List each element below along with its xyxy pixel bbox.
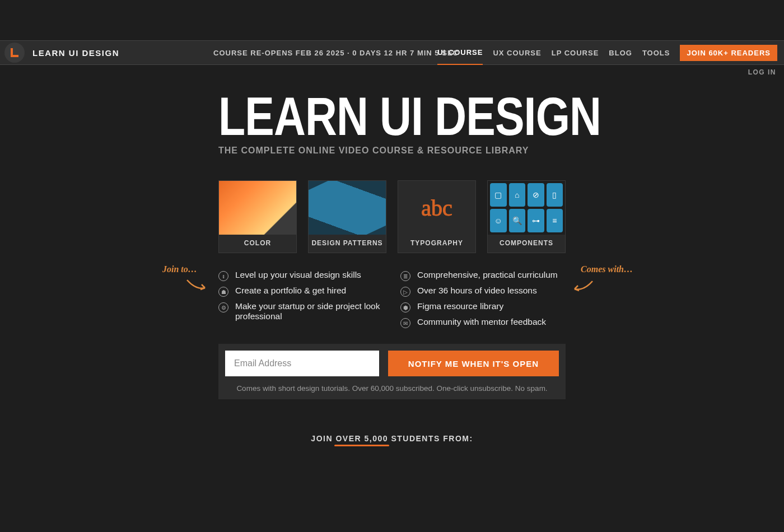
benefit-item: ≣ Comprehensive, practical curriculum (400, 268, 566, 283)
signup-box: NOTIFY ME WHEN IT'S OPEN Comes with shor… (218, 344, 566, 399)
countdown-text: COURSE RE-OPENS FEB 26 2025 · 0 DAYS 12 … (213, 49, 459, 57)
logo-icon (4, 43, 25, 63)
benefit-item: ☗ Create a portfolio & get hired (218, 283, 384, 299)
benefit-item: ⫾ Level up your visual design skills (218, 268, 384, 283)
students-prefix: JOIN (311, 434, 335, 443)
typography-icon: abc (398, 181, 475, 235)
components-icon: ▢⌂⊘▯ ☺🔍⊶≡ (488, 181, 565, 235)
notify-button[interactable]: NOTIFY ME WHEN IT'S OPEN (388, 351, 559, 376)
benefit-text: Create a portfolio & get hired (235, 286, 346, 296)
hero: LEARN UI DESIGN THE COMPLETE ONLINE VIDE… (0, 92, 784, 156)
benefit-text: Over 36 hours of video lessons (417, 286, 537, 296)
nav-tools[interactable]: TOOLS (642, 41, 670, 64)
login-link[interactable]: LOG IN (748, 68, 776, 76)
brand-name: LEARN UI DESIGN (32, 48, 119, 58)
arrow-icon (186, 278, 208, 295)
annotation-join-to: Join to… (162, 264, 197, 274)
arrow-icon (571, 279, 594, 296)
color-swatch-icon (219, 181, 296, 235)
chat-icon: ✉ (400, 318, 410, 328)
hero-subtitle: THE COMPLETE ONLINE VIDEO COURSE & RESOU… (218, 146, 566, 156)
logo-area[interactable]: LEARN UI DESIGN (4, 43, 119, 63)
nav-ux-course[interactable]: UX COURSE (493, 41, 541, 64)
briefcase-icon: ☗ (218, 287, 228, 297)
page-spacer (0, 0, 784, 40)
signup-fineprint: Comes with short design tutorials. Over … (225, 384, 559, 393)
card-label: COLOR (219, 235, 296, 253)
annotation-comes-with: Comes with… (581, 264, 633, 274)
card-design-patterns[interactable]: DESIGN PATTERNS (308, 180, 386, 253)
card-color[interactable]: COLOR (218, 180, 297, 253)
benefit-text: Community with mentor feedback (417, 317, 546, 327)
login-row: LOG IN (0, 65, 784, 76)
benefit-text: Make your startup or side project look p… (235, 301, 384, 321)
list-icon: ≣ (400, 271, 410, 281)
figma-icon: ⬢ (400, 302, 410, 312)
gear-icon: ⚙ (218, 302, 228, 312)
card-typography[interactable]: abc TYPOGRAPHY (398, 180, 476, 253)
benefits-section: Join to… Comes with… ⫾ Level up your vis… (218, 268, 566, 330)
wireframe-icon (309, 181, 386, 235)
nav-blog[interactable]: BLOG (609, 41, 632, 64)
students-heading: JOIN OVER 5,000 STUDENTS FROM: (0, 434, 784, 443)
play-icon: ▷ (400, 287, 410, 297)
card-label: DESIGN PATTERNS (309, 235, 386, 253)
hero-title: LEARN UI DESIGN (218, 92, 503, 141)
bar-chart-icon: ⫾ (218, 271, 228, 281)
primary-nav: UI COURSE UX COURSE LP COURSE BLOG TOOLS… (437, 41, 777, 65)
benefit-text: Figma resource library (417, 301, 503, 311)
benefit-item: ✉ Community with mentor feedback (400, 315, 566, 330)
benefit-item: ▷ Over 36 hours of video lessons (400, 283, 566, 299)
topic-cards: COLOR DESIGN PATTERNS abc TYPOGRAPHY ▢⌂⊘… (218, 180, 566, 253)
benefit-text: Level up your visual design skills (235, 270, 361, 280)
benefit-text: Comprehensive, practical curriculum (417, 270, 558, 280)
nav-lp-course[interactable]: LP COURSE (552, 41, 599, 64)
card-components[interactable]: ▢⌂⊘▯ ☺🔍⊶≡ COMPONENTS (487, 180, 566, 253)
card-label: TYPOGRAPHY (398, 235, 475, 253)
benefit-item: ⬢ Figma resource library (400, 299, 566, 315)
benefit-item: ⚙ Make your startup or side project look… (218, 299, 384, 324)
students-highlight: OVER 5,000 (335, 434, 388, 443)
join-readers-button[interactable]: JOIN 60K+ READERS (680, 45, 777, 61)
students-suffix: STUDENTS FROM: (388, 434, 473, 443)
top-navbar: LEARN UI DESIGN COURSE RE-OPENS FEB 26 2… (0, 40, 784, 65)
card-label: COMPONENTS (488, 235, 565, 253)
email-input[interactable] (225, 351, 379, 376)
